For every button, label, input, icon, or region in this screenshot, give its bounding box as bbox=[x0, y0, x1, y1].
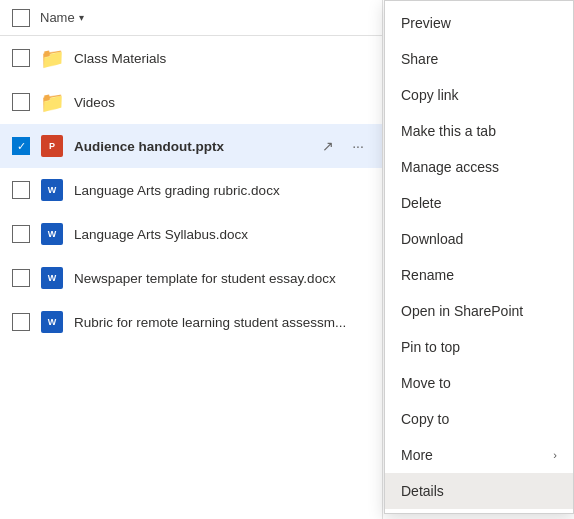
row-checkbox[interactable] bbox=[12, 49, 30, 67]
file-name: Language Arts Syllabus.docx bbox=[74, 227, 370, 242]
menu-item-copy-link[interactable]: Copy link bbox=[385, 77, 573, 113]
list-item[interactable]: 📁 Class Materials bbox=[0, 36, 382, 80]
menu-item-move-to[interactable]: Move to bbox=[385, 365, 573, 401]
list-item[interactable]: W Rubric for remote learning student ass… bbox=[0, 300, 382, 344]
menu-item-preview[interactable]: Preview bbox=[385, 5, 573, 41]
file-list: Name ▾ 📁 Class Materials 📁 Videos P Audi… bbox=[0, 0, 383, 519]
list-item[interactable]: 📁 Videos bbox=[0, 80, 382, 124]
more-options-icon[interactable]: ··· bbox=[346, 134, 370, 158]
row-checkbox[interactable] bbox=[12, 93, 30, 111]
menu-item-download[interactable]: Download bbox=[385, 221, 573, 257]
menu-item-open-sharepoint[interactable]: Open in SharePoint bbox=[385, 293, 573, 329]
row-checkbox[interactable] bbox=[12, 269, 30, 287]
file-name: Class Materials bbox=[74, 51, 370, 66]
row-actions: ↗ ··· bbox=[316, 134, 370, 158]
docx-icon: W bbox=[40, 222, 64, 246]
menu-item-copy-to[interactable]: Copy to bbox=[385, 401, 573, 437]
row-checkbox[interactable] bbox=[12, 225, 30, 243]
file-name: Videos bbox=[74, 95, 370, 110]
folder-icon: 📁 bbox=[40, 90, 64, 114]
menu-item-delete[interactable]: Delete bbox=[385, 185, 573, 221]
share-icon[interactable]: ↗ bbox=[316, 134, 340, 158]
docx-icon: W bbox=[40, 266, 64, 290]
context-menu: Preview Share Copy link Make this a tab … bbox=[384, 0, 574, 514]
file-name: Audience handout.pptx bbox=[74, 139, 316, 154]
menu-item-manage-access[interactable]: Manage access bbox=[385, 149, 573, 185]
sort-indicator: ▾ bbox=[79, 12, 84, 23]
folder-icon: 📁 bbox=[40, 46, 64, 70]
row-checkbox[interactable] bbox=[12, 313, 30, 331]
name-column-header[interactable]: Name ▾ bbox=[40, 10, 84, 25]
row-checkbox[interactable] bbox=[12, 137, 30, 155]
menu-item-share[interactable]: Share bbox=[385, 41, 573, 77]
menu-item-more[interactable]: More › bbox=[385, 437, 573, 473]
file-name: Newspaper template for student essay.doc… bbox=[74, 271, 370, 286]
docx-icon: W bbox=[40, 178, 64, 202]
docx-icon: W bbox=[40, 310, 64, 334]
file-name: Rubric for remote learning student asses… bbox=[74, 315, 370, 330]
list-item[interactable]: W Language Arts Syllabus.docx bbox=[0, 212, 382, 256]
menu-item-pin-to-top[interactable]: Pin to top bbox=[385, 329, 573, 365]
menu-item-rename[interactable]: Rename bbox=[385, 257, 573, 293]
pptx-icon: P bbox=[40, 134, 64, 158]
list-item[interactable]: W Newspaper template for student essay.d… bbox=[0, 256, 382, 300]
menu-item-details[interactable]: Details bbox=[385, 473, 573, 509]
menu-item-make-tab[interactable]: Make this a tab bbox=[385, 113, 573, 149]
chevron-right-icon: › bbox=[553, 449, 557, 461]
file-name: Language Arts grading rubric.docx bbox=[74, 183, 370, 198]
select-all-checkbox[interactable] bbox=[12, 9, 30, 27]
list-item[interactable]: P Audience handout.pptx ↗ ··· bbox=[0, 124, 382, 168]
row-checkbox[interactable] bbox=[12, 181, 30, 199]
file-list-header: Name ▾ bbox=[0, 0, 382, 36]
list-item[interactable]: W Language Arts grading rubric.docx bbox=[0, 168, 382, 212]
